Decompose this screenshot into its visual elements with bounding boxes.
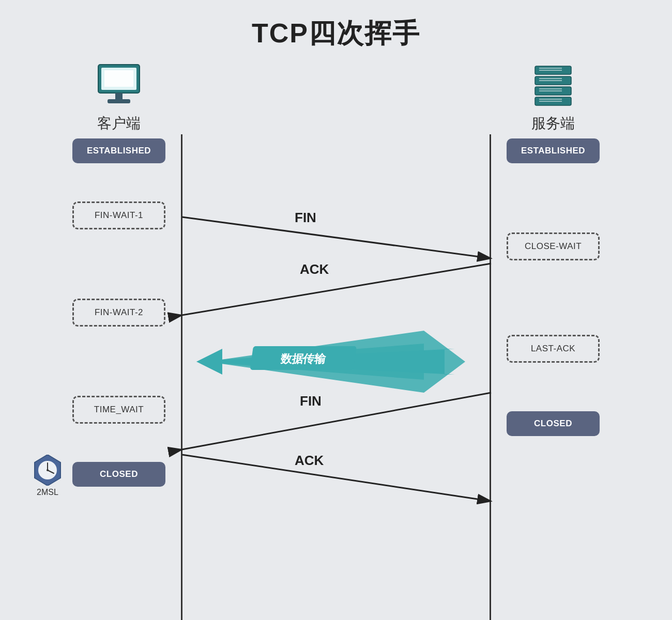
svg-rect-30	[250, 346, 357, 370]
server-label: 服务端	[531, 114, 575, 133]
client-state-established: ESTABLISHED	[72, 138, 165, 163]
client-state-time-wait: TIME_WAIT	[72, 396, 165, 424]
client-vertical-line	[181, 134, 182, 620]
clock-badge: 2MSL	[32, 455, 63, 497]
computer-icon	[93, 62, 145, 109]
server-column: 服务端 ESTABLISHED CLOSE-WAIT LAST-ACK CLOS…	[501, 62, 605, 436]
svg-rect-2	[115, 93, 123, 99]
ack2-label: ACK	[295, 453, 324, 468]
svg-line-31	[182, 393, 491, 450]
server-state-last-ack: LAST-ACK	[507, 335, 600, 363]
clock-icon	[32, 455, 63, 486]
client-state-closed: CLOSED	[72, 462, 165, 487]
server-state-close-wait: CLOSE-WAIT	[507, 233, 600, 260]
svg-marker-26	[207, 331, 424, 393]
timer-label: 2MSL	[37, 488, 58, 497]
svg-line-25	[182, 264, 491, 315]
server-icon	[530, 62, 576, 109]
page-title: TCP四次挥手	[252, 16, 420, 52]
server-icon-area: 服务端	[530, 62, 576, 133]
main-area: 客户端 ESTABLISHED FIN-WAIT-1 FIN-WAIT-2 TI…	[0, 62, 672, 620]
client-label: 客户端	[97, 114, 141, 133]
server-vertical-line	[490, 134, 491, 620]
client-column: 客户端 ESTABLISHED FIN-WAIT-1 FIN-WAIT-2 TI…	[67, 62, 171, 487]
svg-line-24	[182, 217, 491, 258]
fin1-label: FIN	[295, 210, 316, 225]
client-icon-area: 客户端	[93, 62, 145, 133]
client-state-fin-wait-1: FIN-WAIT-1	[72, 202, 165, 229]
svg-marker-29	[196, 349, 222, 375]
svg-marker-27	[196, 331, 465, 393]
client-state-fin-wait-2: FIN-WAIT-2	[72, 299, 165, 327]
svg-rect-3	[108, 99, 130, 103]
ack1-label: ACK	[300, 261, 329, 277]
svg-marker-28	[196, 349, 455, 375]
data-transfer-label: 数据传输	[279, 352, 327, 365]
svg-line-32	[182, 455, 491, 501]
server-state-closed: CLOSED	[507, 411, 600, 436]
fin2-label: FIN	[300, 393, 322, 409]
diagram-container: TCP四次挥手 客户端	[0, 0, 672, 620]
svg-rect-4	[104, 70, 133, 87]
server-state-established: ESTABLISHED	[507, 138, 600, 163]
